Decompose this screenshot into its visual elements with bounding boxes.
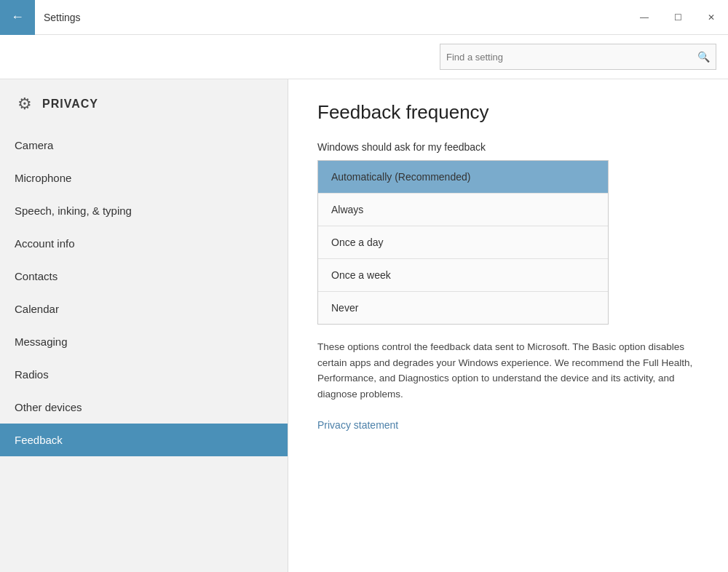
sidebar-item-messaging[interactable]: Messaging <box>0 325 288 358</box>
search-icon: 🔍 <box>697 51 710 63</box>
sidebar-item-radios[interactable]: Radios <box>0 358 288 391</box>
titlebar-title: Settings <box>44 12 81 23</box>
search-box: 🔍 <box>440 44 716 70</box>
sidebar-item-camera[interactable]: Camera <box>0 129 288 162</box>
titlebar-left: ← Settings <box>0 0 81 34</box>
gear-icon: ⚙ <box>15 94 35 114</box>
feedback-option-1[interactable]: Always <box>318 194 608 226</box>
search-input[interactable] <box>446 52 697 63</box>
titlebar: ← Settings — ☐ ✕ <box>0 0 728 35</box>
sidebar-item-other-devices[interactable]: Other devices <box>0 391 288 424</box>
main-layout: ⚙ PRIVACY CameraMicrophoneSpeech, inking… <box>0 79 728 572</box>
content-area: Feedback frequency Windows should ask fo… <box>288 79 728 572</box>
minimize-button[interactable]: — <box>628 0 661 35</box>
sidebar-item-microphone[interactable]: Microphone <box>0 162 288 194</box>
feedback-option-0[interactable]: Automatically (Recommended) <box>318 161 608 194</box>
sidebar: ⚙ PRIVACY CameraMicrophoneSpeech, inking… <box>0 79 288 572</box>
search-area: 🔍 <box>0 35 728 79</box>
titlebar-controls: — ☐ ✕ <box>628 0 728 34</box>
feedback-option-2[interactable]: Once a day <box>318 226 608 259</box>
sidebar-nav: CameraMicrophoneSpeech, inking, & typing… <box>0 129 288 456</box>
privacy-statement-link[interactable]: Privacy statement <box>317 419 398 431</box>
feedback-description: These options control the feedback data … <box>317 339 699 402</box>
sidebar-item-speech--inking----typing[interactable]: Speech, inking, & typing <box>0 194 288 227</box>
feedback-options-list: Automatically (Recommended)AlwaysOnce a … <box>317 160 609 325</box>
privacy-title: PRIVACY <box>42 98 98 111</box>
feedback-question: Windows should ask for my feedback <box>317 141 699 153</box>
privacy-header: ⚙ PRIVACY <box>0 85 288 129</box>
sidebar-item-contacts[interactable]: Contacts <box>0 260 288 293</box>
sidebar-item-account-info[interactable]: Account info <box>0 227 288 260</box>
feedback-option-3[interactable]: Once a week <box>318 259 608 292</box>
maximize-button[interactable]: ☐ <box>661 0 695 35</box>
page-title: Feedback frequency <box>317 101 699 124</box>
feedback-option-4[interactable]: Never <box>318 292 608 324</box>
sidebar-item-feedback[interactable]: Feedback <box>0 424 288 456</box>
back-button[interactable]: ← <box>0 0 35 35</box>
close-button[interactable]: ✕ <box>695 0 728 35</box>
back-arrow-icon: ← <box>11 9 24 25</box>
sidebar-item-calendar[interactable]: Calendar <box>0 293 288 325</box>
